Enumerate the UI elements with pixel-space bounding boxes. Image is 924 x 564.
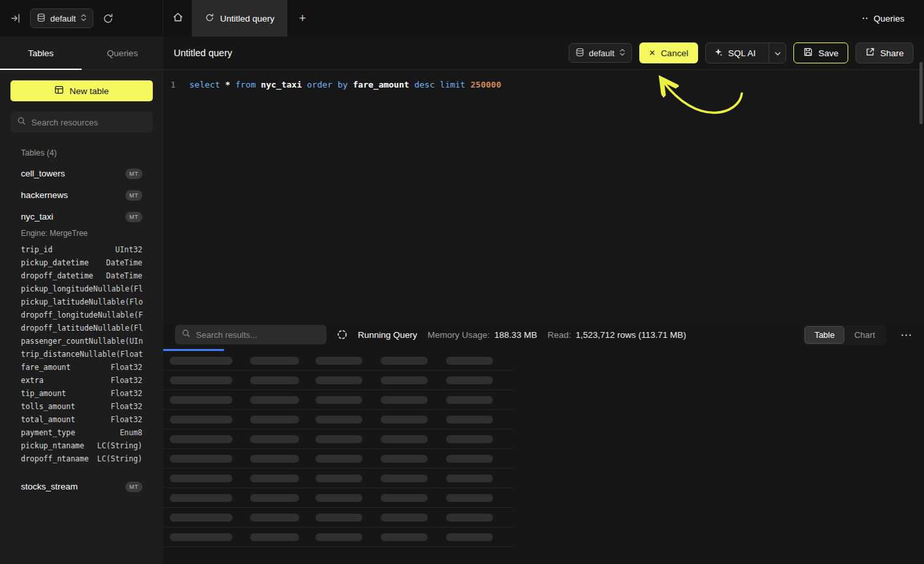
table-column-row[interactable]: payment_typeEnum8 [21, 426, 142, 439]
skeleton-cell [381, 357, 428, 365]
table-column-row[interactable]: tolls_amountFloat32 [21, 400, 142, 413]
skeleton-cell [381, 533, 428, 541]
table-column-row[interactable]: trip_idUInt32 [21, 243, 142, 256]
sql-token-plain [435, 80, 440, 90]
column-name: trip_distance [21, 348, 80, 361]
sql-token-ident: fare_amount [353, 80, 409, 90]
table-item-hackernews[interactable]: hackernews MT [10, 184, 153, 206]
skeleton-cell [446, 396, 493, 404]
sql-token-plain [256, 80, 261, 90]
table-column-row[interactable]: passenger_countNullable(UIn [21, 335, 142, 348]
sidebar-tab-tables[interactable]: Tables [0, 37, 82, 69]
skeleton-cell [446, 514, 493, 522]
more-options-icon[interactable]: ⋯ [900, 328, 912, 342]
table-grid-icon [54, 85, 64, 97]
sql-ai-main[interactable]: SQL AI [706, 43, 763, 63]
skeleton-cell [170, 376, 232, 384]
queries-button[interactable]: Queries [862, 0, 924, 37]
collapse-sidebar-icon[interactable] [9, 12, 22, 25]
table-column-row[interactable]: fare_amountFloat32 [21, 361, 142, 374]
table-column-row[interactable]: tip_amountFloat32 [21, 387, 142, 400]
queries-label: Queries [874, 14, 904, 24]
table-column-row[interactable]: pickup_latitudeNullable(Flo [21, 295, 142, 308]
engine-badge: MT [125, 190, 142, 201]
table-column-row[interactable]: dropoff_datetimeDateTime [21, 269, 142, 282]
skeleton-cell [446, 435, 493, 443]
topbar-database-selector[interactable]: default [30, 8, 93, 28]
view-toggle-chart[interactable]: Chart [844, 326, 885, 344]
skeleton-cell [315, 435, 362, 443]
home-button[interactable] [163, 0, 192, 37]
share-icon [865, 47, 875, 59]
skeleton-cell [170, 474, 232, 482]
sidebar-tab-queries[interactable]: Queries [82, 37, 163, 69]
new-table-button[interactable]: New table [10, 80, 153, 101]
skeleton-cell [315, 514, 362, 522]
table-column-row[interactable]: dropoff_longitudeNullable(F [21, 308, 142, 322]
table-column-row[interactable]: pickup_ntanameLC(String) [21, 439, 142, 452]
column-type: Float32 [111, 374, 142, 387]
table-column-row[interactable]: dropoff_latitudeNullable(Fl [21, 322, 142, 335]
column-name: total_amount [21, 413, 75, 426]
engine-badge: MT [125, 482, 142, 492]
query-header: Untitled query default ✕ Cancel [163, 37, 924, 70]
skeleton-cell [170, 455, 232, 463]
tab-label: Untitled query [220, 14, 274, 24]
column-type: Nullable(UIn [89, 335, 143, 348]
queries-icon [862, 14, 869, 24]
table-column-row[interactable]: pickup_datetimeDateTime [21, 256, 142, 269]
database-icon [575, 48, 584, 59]
skeleton-cell [170, 435, 232, 443]
skeleton-cell [250, 533, 299, 541]
scrollbar-thumb[interactable] [919, 62, 923, 124]
table-item-cell-towers[interactable]: cell_towers MT [10, 163, 153, 184]
column-type: Enum8 [119, 426, 142, 439]
tab-strip: Untitled query + [163, 0, 317, 37]
skeleton-cell [315, 357, 362, 365]
cancel-button[interactable]: ✕ Cancel [639, 42, 698, 63]
sql-editor[interactable]: 1 select * from nyc_taxi order by fare_a… [163, 70, 924, 320]
spinner-icon [337, 329, 347, 340]
skeleton-row [163, 469, 513, 488]
table-item-stocks-stream[interactable]: stocks_stream MT [10, 476, 153, 497]
new-table-label: New table [69, 86, 108, 96]
skeleton-cell [315, 396, 362, 404]
table-name: cell_towers [21, 169, 65, 178]
table-column-row[interactable]: pickup_longitudeNullable(Fl [21, 282, 142, 295]
sql-ai-caret[interactable] [769, 43, 786, 63]
skeleton-cell [315, 474, 362, 482]
save-icon [803, 47, 813, 59]
results-search-input[interactable] [196, 330, 320, 340]
skeleton-cell [170, 416, 232, 423]
new-tab-button[interactable]: + [287, 0, 317, 37]
skeleton-cell [250, 474, 299, 482]
query-title: Untitled query [174, 48, 232, 58]
resource-search-input[interactable] [31, 118, 146, 127]
table-column-row[interactable]: extraFloat32 [21, 374, 142, 387]
skeleton-cell [381, 435, 428, 443]
table-column-row[interactable]: total_amountFloat32 [21, 413, 142, 426]
sql-token-keyword: limit [440, 80, 466, 90]
skeleton-cell [381, 494, 428, 502]
refresh-icon[interactable] [101, 12, 115, 25]
save-button[interactable]: Save [793, 42, 848, 63]
topbar: default Untitled query + Queries [0, 0, 924, 37]
skeleton-cell [381, 416, 428, 423]
share-button[interactable]: Share [855, 42, 914, 63]
query-database-selector[interactable]: default [569, 43, 632, 63]
skeleton-cell [381, 514, 428, 522]
tab-untitled-query[interactable]: Untitled query [192, 0, 287, 37]
sql-line[interactable]: select * from nyc_taxi order by fare_amo… [189, 79, 502, 320]
column-type: Nullable(Flo [89, 295, 143, 308]
skeleton-cell [250, 416, 299, 423]
table-column-row[interactable]: dropoff_ntanameLC(String) [21, 452, 142, 465]
table-column-row[interactable]: trip_distanceNullable(Float [21, 348, 142, 361]
sql-ai-button[interactable]: SQL AI [705, 42, 786, 63]
sql-token-number: 250000 [471, 80, 502, 90]
skeleton-cell [250, 396, 299, 404]
view-toggle-table[interactable]: Table [805, 326, 844, 344]
tables-section-header: Tables (4) [10, 148, 153, 158]
column-name: dropoff_latitude [21, 322, 93, 335]
table-item-nyc-taxi[interactable]: nyc_taxi MT [10, 206, 153, 227]
column-name: tip_amount [21, 387, 66, 400]
